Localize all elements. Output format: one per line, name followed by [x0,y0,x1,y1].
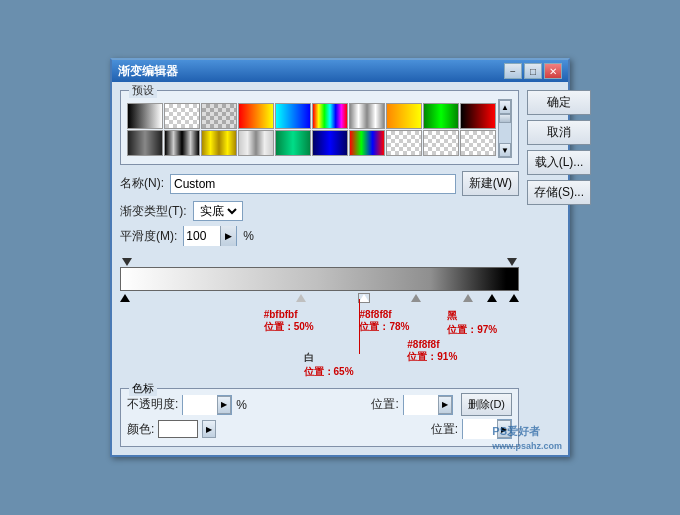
opacity-spin[interactable]: ▶ [217,396,231,414]
preset-swatch[interactable] [312,103,348,129]
annotation-pos-97: 位置：97% [447,323,497,337]
watermark: PS爱好者www.psahz.com [492,424,562,451]
opacity-stop-marker-right [507,258,517,266]
main-area: 预设 [120,90,519,447]
title-bar: 渐变编辑器 − □ ✕ [112,60,568,82]
color-stop-marker [509,294,519,302]
position-line [359,299,360,354]
preset-swatch[interactable] [423,130,459,156]
color-swatch[interactable] [158,420,198,438]
scroll-track [499,114,511,143]
presets-label: 预设 [129,83,157,98]
window-body: 预设 [112,82,568,455]
color-stop-black-left[interactable] [120,291,130,305]
preset-swatch[interactable] [201,130,237,156]
presets-scrollbar[interactable]: ▲ ▼ [498,99,512,158]
preset-swatch[interactable] [275,130,311,156]
opacity-label: 不透明度: [127,396,178,413]
name-row: 名称(N): 新建(W) [120,171,519,196]
smoothness-unit: % [243,229,254,243]
smoothness-label: 平滑度(M): [120,228,177,245]
color-stop-marker [120,294,130,302]
preset-swatch[interactable] [127,130,163,156]
delete-button[interactable]: 删除(D) [461,393,512,416]
opacity-stop-right[interactable] [507,255,517,269]
smoothness-value[interactable] [184,226,220,246]
preset-swatch[interactable] [164,130,200,156]
gradient-type-select[interactable]: 实底 [196,203,240,219]
annotation-pos-65: 位置：65% [304,365,354,379]
color-stop-marker [359,294,369,302]
color-stop-100pct[interactable] [509,291,519,305]
save-button[interactable]: 存储(S)... [527,180,591,205]
minimize-button[interactable]: − [504,63,522,79]
annotation-color-91: #8f8f8f [407,339,457,350]
preset-swatch[interactable] [386,130,422,156]
side-buttons: 确定 取消 载入(L)... 存储(S)... [527,90,591,447]
color-stop-50pct[interactable] [296,291,306,305]
color-stops-group: 色标 不透明度: ▶ % 位置: ▶ 删除(D) 颜色: [120,388,519,447]
smoothness-spin[interactable]: ▶ [220,226,236,246]
color-label: 颜色: [127,421,154,438]
opacity-pos-spin[interactable]: ▶ [438,396,452,414]
name-input[interactable] [170,174,456,194]
annotation-97pct: 黑 位置：97% [447,309,497,337]
load-button[interactable]: 载入(L)... [527,150,591,175]
color-stops-area [120,291,519,307]
annotation-color-78: #8f8f8f [359,309,409,320]
opacity-stop-marker-left [122,258,132,266]
annotation-78pct: #8f8f8f 位置：78% [359,309,409,334]
gradient-container [120,251,519,307]
gradient-preview-bar[interactable] [120,267,519,291]
annotation-white-label: 白 [304,351,354,365]
opacity-position-input[interactable]: ▶ [403,395,453,415]
smoothness-row: 平滑度(M): ▶ % [120,226,519,246]
cancel-button[interactable]: 取消 [527,120,591,145]
name-label: 名称(N): [120,175,164,192]
color-stop-97pct[interactable] [487,291,497,305]
color-stops-group-label: 色标 [129,381,157,396]
annotation-color-97: 黑 [447,309,497,323]
preset-swatch[interactable] [238,130,274,156]
preset-swatch[interactable] [349,103,385,129]
preset-swatch[interactable] [349,130,385,156]
color-stop-marker [411,294,421,302]
preset-swatch[interactable] [275,103,311,129]
preset-swatch[interactable] [460,103,496,129]
color-arrow[interactable]: ▶ [202,420,216,438]
opacity-pos-value[interactable] [404,395,438,415]
gradient-type-row: 渐变类型(T): 实底 [120,201,519,221]
opacity-value[interactable] [183,395,217,415]
close-button[interactable]: ✕ [544,63,562,79]
presets-grid [127,103,496,156]
color-stop-65pct[interactable] [359,291,369,305]
window-controls: − □ ✕ [504,63,562,79]
annotation-pos-78: 位置：78% [359,320,409,334]
color-stop-marker [296,294,306,302]
opacity-input[interactable]: ▶ [182,395,232,415]
gradient-type-select-wrap[interactable]: 实底 [193,201,243,221]
preset-swatch[interactable] [127,103,163,129]
scroll-thumb[interactable] [499,114,511,123]
preset-swatch[interactable] [201,103,237,129]
scroll-up-button[interactable]: ▲ [499,100,511,114]
color-stop-78pct[interactable] [411,291,421,305]
maximize-button[interactable]: □ [524,63,542,79]
new-button[interactable]: 新建(W) [462,171,519,196]
color-stop-marker [487,294,497,302]
preset-swatch[interactable] [164,103,200,129]
preset-swatch[interactable] [460,130,496,156]
smoothness-input[interactable]: ▶ [183,226,237,246]
confirm-button[interactable]: 确定 [527,90,591,115]
opacity-stop-left[interactable] [122,255,132,269]
opacity-stops-area [120,251,519,267]
opacity-control-row: 不透明度: ▶ % 位置: ▶ 删除(D) [127,393,512,416]
scroll-down-button[interactable]: ▼ [499,143,511,157]
preset-swatch[interactable] [386,103,422,129]
annotation-pos-50: 位置：50% [264,320,314,334]
color-stop-91pct[interactable] [463,291,473,305]
color-stop-marker [463,294,473,302]
preset-swatch[interactable] [312,130,348,156]
preset-swatch[interactable] [423,103,459,129]
preset-swatch[interactable] [238,103,274,129]
